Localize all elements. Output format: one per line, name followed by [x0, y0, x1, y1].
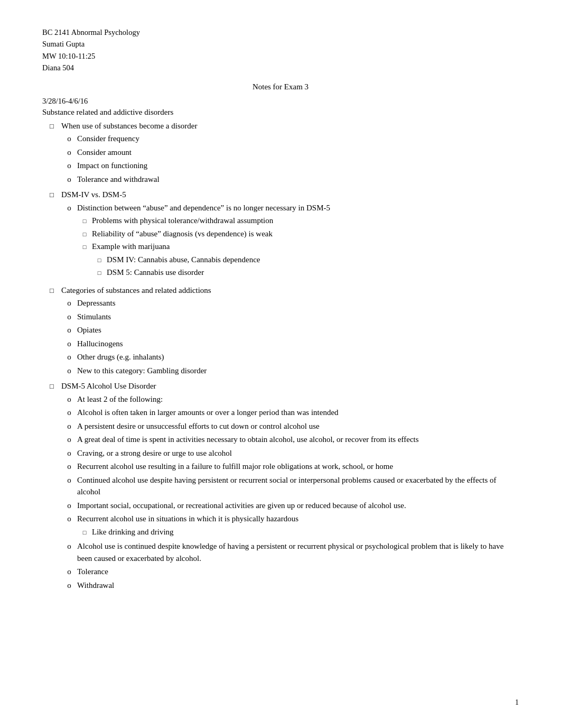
- list-item: o A great deal of time is spent in activ…: [61, 434, 519, 446]
- item-content: Recurrent alcohol use in situations in w…: [77, 513, 519, 539]
- bullet-l2: o: [61, 407, 77, 419]
- list-item: o Important social, occupational, or rec…: [61, 500, 519, 512]
- item-text: A great deal of time is spent in activit…: [77, 434, 519, 446]
- bullet-l2: o: [61, 202, 77, 214]
- bullet-l3: □: [77, 526, 92, 537]
- item-text: Like drinking and driving: [92, 526, 519, 538]
- list-item: o Consider frequency: [61, 133, 519, 145]
- item-text: DSM-5 Alcohol Use Disorder: [61, 382, 156, 390]
- item-text: Impact on functioning: [77, 160, 519, 172]
- bullet-l4: □: [92, 254, 107, 265]
- item-text: Example with marijuana: [92, 242, 170, 251]
- list-item: o Alcohol use is continued despite knowl…: [61, 540, 519, 564]
- item-text: Alcohol is often taken in larger amounts…: [77, 407, 519, 419]
- header-line4: Diana 504: [42, 62, 519, 73]
- bullet-l2: o: [61, 311, 77, 323]
- list-item: □ DSM 5: Cannabis use disorder: [92, 266, 519, 279]
- item-text: Important social, occupational, or recre…: [77, 500, 519, 512]
- outline-level2: o Depressants o Stimulants o Opiates o H…: [61, 297, 519, 376]
- list-item: o Other drugs (e.g. inhalants): [61, 351, 519, 363]
- item-text: Continued alcohol use despite having per…: [77, 474, 519, 498]
- bullet-l4: □: [92, 266, 107, 278]
- item-text: DSM IV: Cannabis abuse, Cannabis depende…: [107, 254, 519, 266]
- item-text: Tolerance: [77, 566, 519, 578]
- item-text: Consider amount: [77, 146, 519, 159]
- list-item: o Opiates: [61, 324, 519, 336]
- bullet-l3: □: [77, 228, 92, 239]
- list-item: □ Reliability of “abuse” diagnosis (vs d…: [77, 228, 519, 240]
- list-item: □ When use of substances become a disord…: [42, 120, 519, 187]
- outline-level3: □ Like drinking and driving: [77, 526, 519, 538]
- list-item: o Alcohol is often taken in larger amoun…: [61, 407, 519, 419]
- bullet-l2: o: [61, 351, 77, 363]
- section-title: Substance related and addictive disorder…: [42, 108, 519, 117]
- bullet-l2: o: [61, 160, 77, 172]
- outline-level1: □ When use of substances become a disord…: [42, 120, 519, 593]
- bullet-l1: □: [42, 189, 61, 200]
- list-item: □ DSM-IV vs. DSM-5 o Distinction between…: [42, 189, 519, 282]
- outline-level4: □ DSM IV: Cannabis abuse, Cannabis depen…: [92, 254, 519, 279]
- item-text: Categories of substances and related add…: [61, 286, 211, 294]
- item-text: Recurrent alcohol use in situations in w…: [77, 514, 298, 523]
- bullet-l2: o: [61, 540, 77, 552]
- list-item: □ Categories of substances and related a…: [42, 284, 519, 379]
- item-text: Reliability of “abuse” diagnosis (vs dep…: [92, 228, 519, 240]
- bullet-l2: o: [61, 173, 77, 186]
- item-text: Consider frequency: [77, 133, 519, 145]
- outline-level2: o At least 2 of the following: o Alcohol…: [61, 393, 519, 592]
- bullet-l2: o: [61, 447, 77, 459]
- bullet-l2: o: [61, 579, 77, 592]
- bullet-l2: o: [61, 324, 77, 336]
- list-item: o Distinction between “abuse” and depend…: [61, 202, 519, 281]
- outline-level2: o Consider frequency o Consider amount o…: [61, 133, 519, 185]
- bullet-l2: o: [61, 500, 77, 512]
- bullet-l2: o: [61, 460, 77, 473]
- list-item: o Recurrent alcohol use in situations in…: [61, 513, 519, 539]
- item-text: Problems with physical tolerance/withdra…: [92, 215, 519, 227]
- item-text: Withdrawal: [77, 579, 519, 592]
- bullet-l2: o: [61, 566, 77, 578]
- bullet-l2: o: [61, 513, 77, 525]
- item-content: DSM-IV vs. DSM-5 o Distinction between “…: [61, 189, 519, 282]
- list-item: o New to this category: Gambling disorde…: [61, 365, 519, 377]
- item-content: When use of substances become a disorder…: [61, 120, 519, 187]
- bullet-l1: □: [42, 284, 61, 296]
- item-text: Depressants: [77, 297, 519, 309]
- bullet-l2: o: [61, 420, 77, 432]
- item-text: Craving, or a strong desire or urge to u…: [77, 447, 519, 459]
- bullet-l2: o: [61, 133, 77, 145]
- bullet-l2: o: [61, 338, 77, 350]
- item-text: Tolerance and withdrawal: [77, 173, 519, 186]
- bullet-l1: □: [42, 120, 61, 132]
- list-item: o Continued alcohol use despite having p…: [61, 474, 519, 498]
- bullet-l3: □: [77, 241, 92, 252]
- list-item: o Depressants: [61, 297, 519, 309]
- list-item: □ Example with marijuana □ DSM IV: Canna…: [77, 241, 519, 280]
- outline-level3: □ Problems with physical tolerance/withd…: [77, 215, 519, 280]
- item-text: New to this category: Gambling disorder: [77, 365, 519, 377]
- list-item: o Withdrawal: [61, 579, 519, 592]
- list-item: o Hallucinogens: [61, 338, 519, 350]
- list-item: o Tolerance: [61, 566, 519, 578]
- list-item: □ DSM IV: Cannabis abuse, Cannabis depen…: [92, 254, 519, 266]
- list-item: o Impact on functioning: [61, 160, 519, 172]
- item-text: Other drugs (e.g. inhalants): [77, 351, 519, 363]
- header-line3: MW 10:10-11:25: [42, 50, 519, 62]
- list-item: o Consider amount: [61, 146, 519, 159]
- bullet-l2: o: [61, 434, 77, 446]
- bullet-l2: o: [61, 297, 77, 309]
- bullet-l2: o: [61, 393, 77, 406]
- item-text: DSM 5: Cannabis use disorder: [107, 266, 519, 279]
- item-text: At least 2 of the following:: [77, 393, 519, 406]
- page-title: Notes for Exam 3: [42, 82, 519, 91]
- item-content: Categories of substances and related add…: [61, 284, 519, 379]
- outline-level2: o Distinction between “abuse” and depend…: [61, 202, 519, 281]
- list-item: □ Like drinking and driving: [77, 526, 519, 538]
- item-text: A persistent desire or unsuccessful effo…: [77, 420, 519, 432]
- list-item: □ Problems with physical tolerance/withd…: [77, 215, 519, 227]
- list-item: o At least 2 of the following:: [61, 393, 519, 406]
- bullet-l2: o: [61, 365, 77, 377]
- bullet-l1: □: [42, 380, 61, 392]
- list-item: o Craving, or a strong desire or urge to…: [61, 447, 519, 459]
- list-item: o A persistent desire or unsuccessful ef…: [61, 420, 519, 432]
